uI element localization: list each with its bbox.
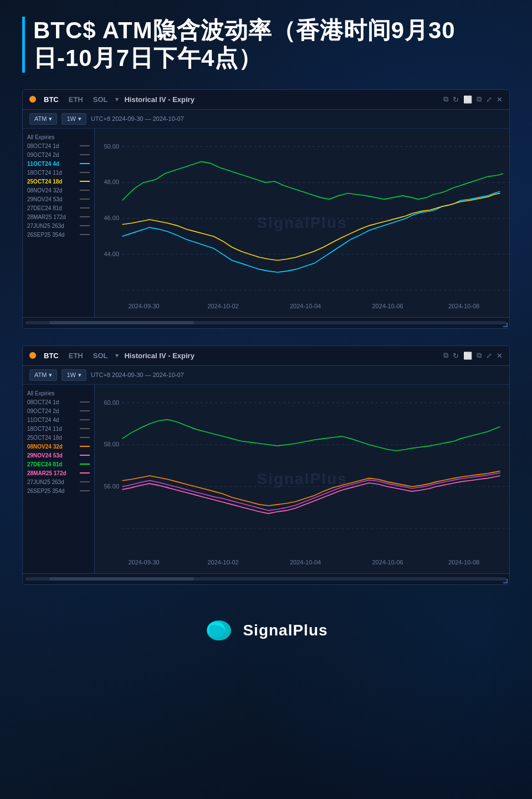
legend-11oct[interactable]: 11OCT24 4d — [27, 161, 90, 167]
chart1-legend: All Expiries 08OCT24 1d 09OCT24 2d 11OCT… — [23, 129, 95, 317]
window-1-icon[interactable]: ⬜ — [463, 95, 472, 104]
legend-27jun[interactable]: 27JUN25 263d — [27, 223, 90, 229]
legend2-line-18oct — [80, 428, 90, 429]
chart2-toolbar: ATM ▾ 1W ▾ UTC+8 2024-09-30 — 2024-10-07 — [23, 366, 509, 385]
legend-08nov[interactable]: 08NOV24 32d — [27, 187, 90, 194]
coin-tab-sol[interactable]: SOL — [91, 94, 110, 105]
coin-dropdown-2[interactable]: ▾ — [115, 352, 119, 359]
timeframe-selector-2[interactable]: 1W ▾ — [62, 369, 86, 381]
duplicate-icon-2[interactable]: ⧉ — [477, 351, 482, 360]
legend2-line-26sep — [80, 490, 90, 491]
btc-dot-2 — [29, 352, 36, 359]
legend-line-08oct — [80, 145, 90, 146]
external-link-icon[interactable]: ⧉ — [443, 95, 448, 104]
legend-line-27jun — [80, 225, 90, 226]
legend2-18oct[interactable]: 18OCT24 11d — [27, 426, 90, 432]
close-icon-2[interactable]: ✕ — [497, 352, 503, 360]
legend2-08oct[interactable]: 08OCT24 1d — [27, 399, 90, 405]
chart1-title: Historical IV - Expiry — [124, 95, 194, 104]
legend-line-27dec — [80, 207, 90, 208]
chart2-header-right: ⧉ ↻ ⬜ ⧉ ⤢ ✕ — [443, 351, 503, 360]
external-link-icon-2[interactable]: ⧉ — [443, 351, 448, 360]
svg-text:2024-10-02: 2024-10-02 — [208, 303, 239, 309]
chart2-wrapper: All Expiries 08OCT24 1d 09OCT24 2d 11OCT… — [23, 385, 509, 584]
footer-logo-text: SignalPlus — [243, 622, 328, 639]
legend2-27jun[interactable]: 27JUN25 263d — [27, 479, 90, 485]
refresh-icon[interactable]: ↻ — [453, 95, 459, 104]
timeframe-selector[interactable]: 1W ▾ — [62, 113, 86, 125]
chart1-resize-handle[interactable] — [503, 323, 508, 327]
btc-dot — [29, 96, 36, 103]
chart2-legend: All Expiries 08OCT24 1d 09OCT24 2d 11OCT… — [23, 385, 95, 573]
chart1-scrollbar[interactable] — [23, 317, 509, 328]
duplicate-icon[interactable]: ⧉ — [477, 95, 482, 104]
expand-icon[interactable]: ⤢ — [486, 95, 492, 104]
svg-text:46.00: 46.00 — [104, 215, 119, 221]
chart2-scrollbar-thumb[interactable] — [49, 577, 193, 581]
legend-28mar[interactable]: 28MAR25 172d — [27, 214, 90, 220]
chart2-header-left: BTC ETH SOL ▾ Historical IV - Expiry — [29, 350, 195, 361]
legend-29nov[interactable]: 29NOV24 53d — [27, 196, 90, 202]
arrow-down-icon-2: ▾ — [115, 352, 119, 359]
chart1-svg: 50.00 48.00 46.00 44.00 2024-09-30 2024-… — [95, 129, 509, 317]
svg-text:56.00: 56.00 — [104, 483, 119, 490]
chart1-wrapper: All Expiries 08OCT24 1d 09OCT24 2d 11OCT… — [23, 129, 509, 328]
legend2-27dec[interactable]: 27DEC24 81d — [27, 461, 90, 467]
legend2-25oct[interactable]: 25OCT24 18d — [27, 435, 90, 441]
chart-widget-1: BTC ETH SOL ▾ Historical IV - Expiry ⧉ ↻… — [22, 89, 510, 329]
atm-selector-2[interactable]: ATM ▾ — [29, 369, 57, 381]
coin-tab-eth-2[interactable]: ETH — [66, 350, 85, 361]
legend2-line-27jun — [80, 481, 90, 482]
chart2-svg: 60.00 58.00 56.00 2024-09-30 2 — [95, 385, 509, 573]
svg-text:50.00: 50.00 — [104, 143, 119, 149]
refresh-icon-2[interactable]: ↻ — [453, 352, 459, 360]
legend-18oct[interactable]: 18OCT24 11d — [27, 170, 90, 176]
atm-label-2: ATM — [34, 371, 47, 378]
window-1-icon-2[interactable]: ⬜ — [463, 352, 472, 360]
svg-text:58.00: 58.00 — [104, 441, 119, 447]
svg-text:2024-10-08: 2024-10-08 — [448, 559, 479, 566]
legend2-line-29nov — [80, 455, 90, 456]
legend-line-18oct — [80, 172, 90, 173]
close-icon[interactable]: ✕ — [497, 95, 503, 104]
svg-text:48.00: 48.00 — [104, 179, 119, 185]
chart1-scrollbar-thumb[interactable] — [49, 321, 193, 324]
page-title: BTC$ ATM隐含波动率（香港时间9月30日-10月7日下午4点） — [22, 17, 510, 73]
legend2-line-27dec — [80, 464, 90, 465]
legend2-26sep[interactable]: 26SEP25 354d — [27, 488, 90, 494]
timeframe-arrow: ▾ — [78, 115, 81, 123]
chart-widget-2: BTC ETH SOL ▾ Historical IV - Expiry ⧉ ↻… — [22, 345, 510, 585]
legend2-line-11oct — [80, 419, 90, 420]
atm-arrow: ▾ — [49, 115, 52, 123]
atm-selector[interactable]: ATM ▾ — [29, 113, 57, 125]
chart2-resize-handle[interactable] — [503, 579, 508, 583]
legend2-29nov[interactable]: 29NOV24 53d — [27, 452, 90, 459]
chart2-scrollbar[interactable] — [23, 573, 509, 584]
chart2-title: Historical IV - Expiry — [124, 352, 194, 360]
coin-tab-sol-2[interactable]: SOL — [91, 350, 110, 361]
coin-tab-btc[interactable]: BTC — [42, 94, 61, 105]
legend2-11oct[interactable]: 11OCT24 4d — [27, 417, 90, 423]
coin-tab-btc-2[interactable]: BTC — [42, 350, 61, 361]
arrow-down-icon: ▾ — [115, 95, 119, 103]
legend-08oct[interactable]: 08OCT24 1d — [27, 143, 90, 149]
coin-dropdown[interactable]: ▾ — [115, 95, 119, 103]
expand-icon-2[interactable]: ⤢ — [486, 352, 492, 360]
legend-09oct[interactable]: 09OCT24 2d — [27, 152, 90, 158]
chart1-time-range: UTC+8 2024-09-30 — 2024-10-07 — [91, 115, 184, 122]
legend2-line-08oct — [80, 401, 90, 403]
timeframe-label: 1W — [66, 115, 76, 122]
footer: SignalPlus — [22, 602, 510, 654]
legend-25oct[interactable]: 25OCT24 18d — [27, 179, 90, 185]
legend2-09oct[interactable]: 09OCT24 2d — [27, 408, 90, 414]
signalplus-logo — [204, 618, 234, 643]
legend-27dec[interactable]: 27DEC24 81d — [27, 205, 90, 211]
legend-line-29nov — [80, 199, 90, 200]
legend2-28mar[interactable]: 28MAR25 172d — [27, 470, 90, 476]
coin-tab-eth[interactable]: ETH — [66, 94, 85, 105]
legend2-all-expiries: All Expiries — [27, 390, 90, 396]
legend-line-09oct — [80, 154, 90, 155]
legend-26sep[interactable]: 26SEP25 354d — [27, 232, 90, 238]
chart1-header-right: ⧉ ↻ ⬜ ⧉ ⤢ ✕ — [443, 95, 503, 104]
legend2-08nov[interactable]: 08NOV24 32d — [27, 444, 90, 450]
